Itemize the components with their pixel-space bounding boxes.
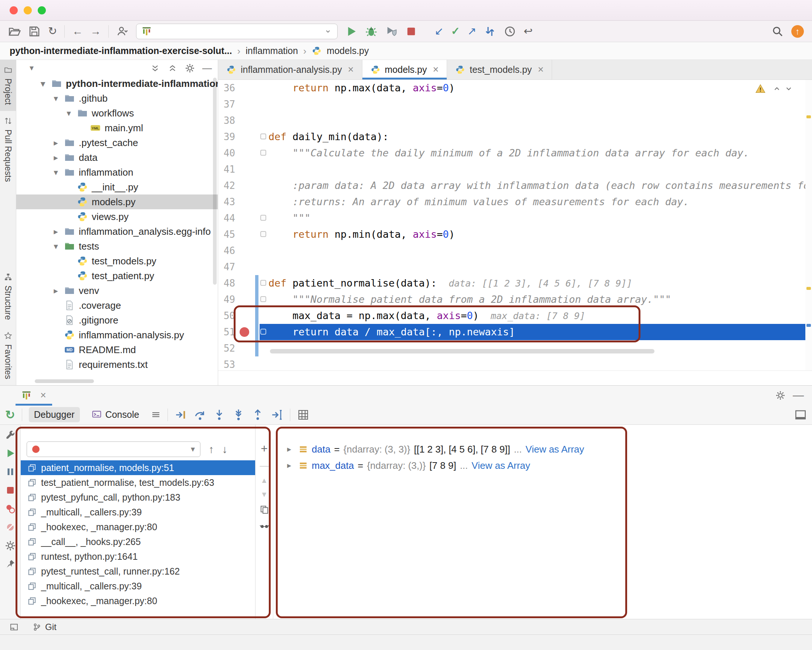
fold-marker-icon[interactable] — [260, 215, 266, 221]
tree-item-inflammation-analysis-egg-info[interactable]: ▸inflammation_analysis.egg-info — [16, 224, 218, 239]
search-everywhere-icon[interactable] — [771, 25, 784, 38]
move-watch-down-button[interactable]: ▼ — [261, 491, 268, 498]
breadcrumb-item-1[interactable]: inflammation — [246, 46, 298, 56]
code-line-53[interactable] — [259, 356, 812, 371]
sidebar-item-structure[interactable]: Structure — [0, 267, 16, 326]
git-push-icon[interactable]: ↗ — [467, 26, 476, 37]
tab-debugger[interactable]: Debugger — [29, 407, 80, 422]
move-watch-up-button[interactable]: ▲ — [261, 477, 268, 484]
chevron-down-icon[interactable]: ▾ — [48, 93, 64, 104]
close-icon[interactable]: × — [538, 64, 543, 75]
editor-gutter-39[interactable]: 39 — [218, 129, 259, 145]
editor-gutter-46[interactable]: 46 — [218, 243, 259, 259]
fold-marker-icon[interactable] — [260, 329, 266, 335]
frame-item-3[interactable]: _multicall, _callers.py:39 — [21, 505, 255, 519]
inspection-widget[interactable] — [752, 83, 796, 94]
tree-item-gitignore[interactable]: .gitignore — [16, 313, 218, 328]
toolwindow-switcher-icon[interactable] — [9, 638, 19, 648]
editor-gutter-49[interactable]: 49 — [218, 291, 259, 308]
chevron-down-icon[interactable]: ▾ — [48, 168, 64, 177]
tree-item-readme-md[interactable]: MDREADME.md — [16, 342, 218, 357]
tree-item-init-py[interactable]: __init__.py — [16, 180, 218, 194]
variable-row-data[interactable]: ▸data = {ndarray: (3, 3)} [[1 2 3], [4 5… — [273, 441, 812, 457]
save-all-icon[interactable] — [28, 25, 41, 38]
tab-console[interactable]: Console — [87, 407, 145, 422]
tree-item-test-patient-py[interactable]: test_patient.py — [16, 269, 218, 283]
git-update-icon[interactable]: ↙ — [435, 26, 443, 37]
code-line-36[interactable]: return np.max(data, axis=0) — [259, 80, 812, 96]
tree-item-requirements-txt[interactable]: requirements.txt — [16, 357, 218, 372]
warning-stripe-mark[interactable] — [806, 115, 811, 118]
recent-history-icon[interactable] — [504, 25, 516, 38]
hide-tool-window-icon[interactable]: — — [793, 390, 804, 401]
code-line-37[interactable] — [259, 96, 812, 112]
rerun-button[interactable]: ↻ — [5, 409, 15, 421]
editor-gutter-41[interactable]: 41 — [218, 161, 259, 177]
close-icon[interactable]: × — [433, 64, 438, 75]
run-to-cursor-button[interactable] — [271, 409, 283, 421]
editor-gutter-50[interactable]: 50 — [218, 308, 259, 324]
editor-gutter-45[interactable]: 45 — [218, 226, 259, 243]
frame-item-0[interactable]: patient_normalise, models.py:51 — [21, 460, 255, 475]
chevron-right-icon[interactable]: ▸ — [48, 138, 64, 148]
notifications-bell-icon[interactable] — [794, 638, 803, 647]
resume-program-button[interactable] — [5, 448, 16, 459]
variable-row-max-data[interactable]: ▸max_data = {ndarray: (3,)} [7 8 9] ...V… — [273, 457, 812, 474]
show-execution-point-button[interactable] — [174, 409, 187, 421]
close-icon[interactable]: × — [40, 390, 46, 401]
view-breakpoints-button[interactable] — [5, 503, 16, 514]
tree-item-venv[interactable]: ▸venv — [16, 283, 218, 298]
view-as-array-link[interactable]: View as Array — [525, 444, 584, 455]
breadcrumb-item-0[interactable]: python-intermediate-inflammation-exercis… — [10, 46, 232, 56]
chevron-right-icon[interactable]: ▸ — [48, 227, 64, 237]
frame-item-2[interactable]: pytest_pyfunc_call, python.py:183 — [21, 490, 255, 505]
chevron-down-icon[interactable]: ▾ — [48, 241, 64, 252]
fold-marker-icon[interactable] — [260, 296, 266, 302]
remove-watch-button[interactable]: — — [260, 461, 269, 470]
debug-session-tab[interactable]: × — [15, 388, 52, 403]
tree-item-pytest-cache[interactable]: ▸.pytest_cache — [16, 135, 218, 150]
tab-inflammation-analysis-py[interactable]: inflammation-analysis.py× — [218, 60, 362, 79]
frame-item-8[interactable]: _multicall, _callers.py:39 — [21, 579, 255, 594]
tab-models-py[interactable]: models.py× — [362, 60, 447, 79]
gear-icon[interactable] — [185, 63, 195, 73]
add-watch-button[interactable]: + — [261, 442, 268, 455]
tree-item-views-py[interactable]: views.py — [16, 209, 218, 224]
code-line-39[interactable]: def daily_min(data): — [259, 129, 812, 145]
code-line-42[interactable]: :param data: A 2D data array with inflam… — [259, 177, 812, 194]
tree-item-inflammation-analysis-py[interactable]: inflammation-analysis.py — [16, 328, 218, 342]
tree-item-main-yml[interactable]: YMLmain.yml — [16, 121, 218, 135]
run-button[interactable] — [345, 25, 357, 38]
step-over-button[interactable] — [194, 409, 206, 421]
back-icon[interactable]: ← — [72, 26, 83, 37]
editor-horizontal-scrollbar[interactable] — [270, 349, 655, 354]
duplicate-watch-button[interactable] — [259, 505, 269, 514]
restore-layout-icon[interactable] — [794, 409, 807, 421]
code-line-47[interactable] — [259, 259, 812, 275]
error-stripe[interactable] — [805, 80, 812, 371]
project-vertical-scrollbar[interactable] — [213, 78, 217, 285]
frame-item-4[interactable]: _hookexec, _manager.py:80 — [21, 519, 255, 534]
tree-item-models-py[interactable]: models.py — [16, 194, 218, 209]
tree-item-github[interactable]: ▾.github — [16, 91, 218, 106]
tab-test-models-py[interactable]: test_models.py× — [447, 60, 552, 79]
editor-gutter-40[interactable]: 40 — [218, 145, 259, 161]
tree-item-data[interactable]: ▸data — [16, 150, 218, 165]
pin-tab-button[interactable] — [5, 558, 16, 570]
code-with-me-users-icon[interactable] — [116, 25, 129, 38]
toolwindow-button-git[interactable]: Git — [28, 621, 61, 633]
minimize-window-button[interactable] — [24, 6, 32, 14]
stop-button[interactable] — [5, 485, 16, 496]
fold-marker-icon[interactable] — [260, 133, 266, 139]
gear-icon[interactable] — [775, 391, 785, 400]
editor-gutter-37[interactable]: 37 — [218, 96, 259, 112]
frame-up-icon[interactable]: ↑ — [209, 444, 214, 455]
hide-tool-window-icon[interactable]: — — [202, 63, 212, 73]
git-branch-widget[interactable] — [767, 638, 780, 647]
collapse-all-icon[interactable] — [168, 63, 177, 73]
pause-program-button[interactable] — [5, 466, 16, 478]
editor-gutter-42[interactable]: 42 — [218, 177, 259, 194]
expand-all-icon[interactable] — [150, 63, 160, 73]
chevron-down-icon[interactable]: ▾ — [30, 64, 34, 72]
force-step-into-button[interactable] — [232, 409, 245, 421]
